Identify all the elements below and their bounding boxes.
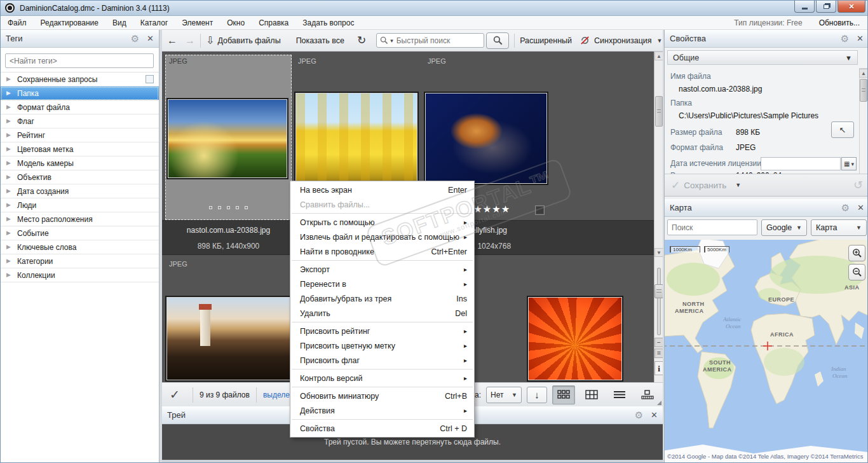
sidebar-item-rating[interactable]: ▶Рейтинг	[1, 128, 159, 142]
map-zoom-out-button[interactable]	[848, 264, 865, 280]
sort-dropdown[interactable]: Нет ▼	[486, 387, 522, 403]
sidebar-item-categories[interactable]: ▶Категории	[1, 254, 159, 268]
expand-arrow-icon[interactable]: ▶	[6, 258, 11, 264]
menu-item-add-remove-tray[interactable]: Добавить/убрать из треяIns	[290, 291, 474, 306]
menu-item-assign-flag[interactable]: Присвоить флаг▸	[290, 353, 474, 368]
map-zoom-in-button[interactable]	[848, 245, 865, 261]
expand-arrow-icon[interactable]: ▶	[6, 104, 11, 110]
photo-flower[interactable]	[528, 297, 622, 380]
expand-arrow-icon[interactable]: ▶	[6, 76, 11, 82]
map-search-input[interactable]	[667, 219, 757, 235]
sidebar-item-camera-model[interactable]: ▶Модель камеры	[1, 156, 159, 170]
properties-scrollbar[interactable]: ▲ ▼	[859, 68, 868, 174]
rating-dots[interactable]	[165, 206, 292, 209]
expand-arrow-icon[interactable]: ▶	[6, 132, 11, 138]
sidebar-item-color-label[interactable]: ▶Цветовая метка	[1, 142, 159, 156]
info-button[interactable]: i	[654, 361, 663, 375]
calendar-button[interactable]: ▦▾	[841, 157, 857, 170]
menu-view[interactable]: Вид	[105, 18, 133, 27]
menu-item-compare-files[interactable]: Сравнить файлы...	[290, 197, 474, 212]
forward-button[interactable]: →	[185, 36, 195, 46]
find-tags-input[interactable]	[5, 53, 154, 68]
expand-arrow-icon[interactable]: ▶	[6, 160, 11, 166]
menu-item-export[interactable]: Экспорт▸	[290, 262, 474, 277]
menu-item-version-control[interactable]: Контроль версий▸	[290, 371, 474, 385]
menu-file[interactable]: Файл	[1, 18, 34, 27]
menu-catalog[interactable]: Каталог	[133, 18, 175, 27]
menu-item-open-with[interactable]: Открыть с помощью▸	[290, 215, 474, 230]
expand-arrow-icon[interactable]: ▶	[6, 230, 11, 236]
show-all-button[interactable]: Показать все	[296, 36, 344, 45]
sync-button[interactable]: Синхронизация	[594, 36, 652, 45]
resize-grip[interactable]	[657, 401, 661, 405]
minimize-button[interactable]	[794, 1, 815, 13]
photo-tulips[interactable]	[295, 93, 417, 184]
section-general[interactable]: Общие ▼	[667, 50, 858, 65]
close-panel-icon[interactable]: ✕	[857, 34, 864, 43]
map-provider-dropdown[interactable]: Google ▼	[761, 219, 807, 236]
restore-button[interactable]	[816, 1, 836, 13]
zoom-fit-tile-button[interactable]: =	[654, 349, 663, 358]
sidebar-item-folder[interactable]: ▶Папка	[1, 86, 159, 100]
menu-item-delete[interactable]: УдалитьDel	[290, 306, 474, 321]
menu-item-assign-rating[interactable]: Присвоить рейтинг▸	[290, 324, 474, 338]
search-button[interactable]	[486, 32, 509, 49]
search-options-arrow-icon[interactable]: ▾	[390, 38, 393, 44]
expand-arrow-icon[interactable]: ▶	[6, 244, 11, 250]
sort-direction-button[interactable]: ↓	[527, 387, 547, 403]
sidebar-item-event[interactable]: ▶Событие	[1, 226, 159, 240]
close-panel-icon[interactable]: ✕	[147, 34, 154, 43]
close-panel-icon[interactable]: ✕	[857, 204, 864, 212]
photo-sunset[interactable]	[168, 99, 287, 178]
scrollbar-thumb[interactable]	[860, 79, 867, 102]
world-map[interactable]: NORTH AMERICA EUROPE ASIA AFRICA SOUTH A…	[665, 240, 868, 463]
sidebar-item-creation-date[interactable]: ▶Дата создания	[1, 184, 159, 198]
sidebar-item-keywords[interactable]: ▶Ключевые слова	[1, 240, 159, 254]
expand-arrow-icon[interactable]: ▶	[6, 202, 11, 208]
zoom-out-tile-button[interactable]: −	[654, 338, 663, 347]
menu-item-properties[interactable]: СвойстваCtrl + D	[290, 421, 474, 436]
gear-icon[interactable]: ⚙	[841, 34, 849, 43]
sidebar-item-collections[interactable]: ▶Коллекции	[1, 268, 159, 282]
saved-queries-checkbox[interactable]	[146, 75, 154, 83]
thumbnail-cell-selected[interactable]: JPEG	[165, 55, 292, 220]
sidebar-item-file-format[interactable]: ▶Формат файла	[1, 100, 159, 114]
close-button[interactable]: ✕	[837, 1, 865, 13]
menu-item-move-to[interactable]: Перенести в▸	[290, 277, 474, 291]
menu-item-refresh-thumbnail[interactable]: Обновить миниатюруCtrl+B	[290, 389, 474, 403]
update-link[interactable]: Обновить...	[819, 18, 860, 27]
scrollbar-thumb[interactable]	[655, 96, 663, 127]
scroll-up-icon[interactable]: ▲	[654, 52, 663, 60]
map-mode-dropdown[interactable]: Карта ▼	[811, 219, 867, 236]
menu-item-find-in-explorer[interactable]: Найти в проводникеCtrl+Enter	[290, 244, 474, 259]
open-folder-button[interactable]: ↖	[831, 121, 854, 138]
quick-search-input[interactable]	[395, 36, 480, 46]
view-thumbnails-button[interactable]	[552, 385, 575, 404]
sidebar-item-people[interactable]: ▶Люди	[1, 198, 159, 212]
menu-item[interactable]: Элемент	[175, 18, 220, 27]
menu-item-assign-color-label[interactable]: Присвоить цветную метку▸	[290, 338, 474, 353]
scroll-down-icon[interactable]: ▼	[654, 248, 663, 257]
refresh-icon[interactable]: ↻	[357, 34, 366, 47]
menu-item-fullscreen[interactable]: На весь экранEnter	[290, 183, 474, 197]
sidebar-item-place[interactable]: ▶Место расположения	[1, 212, 159, 226]
save-dropdown-arrow-icon[interactable]: ▼	[735, 182, 741, 188]
photo-lighthouse[interactable]	[166, 297, 290, 380]
thumbnail-size-slider-track[interactable]	[657, 268, 661, 335]
gear-icon[interactable]: ⚙	[635, 410, 643, 420]
menu-help[interactable]: Справка	[252, 18, 295, 27]
add-files-button[interactable]: Добавить файлы	[217, 36, 280, 45]
gear-icon[interactable]: ⚙	[131, 34, 139, 43]
advanced-search-button[interactable]: Расширенный	[520, 36, 572, 45]
menu-window[interactable]: Окно	[220, 18, 252, 27]
close-panel-icon[interactable]: ✕	[651, 411, 658, 419]
expand-arrow-icon[interactable]: ▶	[6, 118, 11, 124]
expand-arrow-icon[interactable]: ▶	[6, 174, 11, 180]
thumbnail-checkbox[interactable]	[535, 205, 545, 215]
select-all-check-icon[interactable]: ✓	[170, 387, 180, 402]
view-table-button[interactable]	[580, 385, 603, 404]
menu-edit[interactable]: Редактирование	[34, 18, 105, 27]
view-filmstrip-button[interactable]	[636, 385, 659, 404]
thumbnail-size-slider-handle[interactable]	[654, 284, 663, 298]
photo-jellyfish[interactable]	[425, 93, 547, 184]
